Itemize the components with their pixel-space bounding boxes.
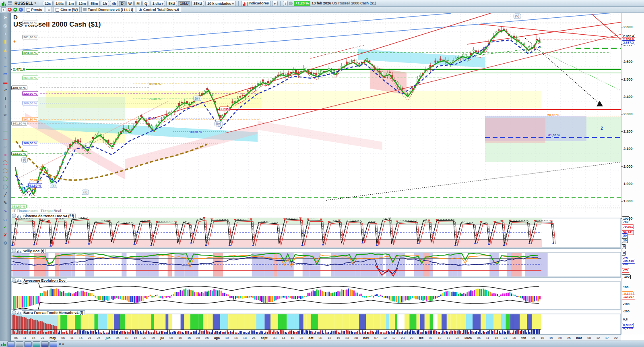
fib-level-label[interactable]: 76,40 %	[148, 97, 161, 101]
overlay-control-total[interactable]: Control Total Doc v.6	[137, 7, 181, 12]
fib-level-label[interactable]: 200,00 %	[22, 101, 38, 106]
close-blue-icon[interactable]: ×	[19, 8, 23, 12]
pencil-tool-icon[interactable]: ✎	[1, 199, 10, 207]
fib-level-label[interactable]: 2.235	[219, 107, 230, 111]
fib-level-label[interactable]: 323,60 %	[22, 51, 38, 55]
magnet-tool-icon[interactable]: ◡	[1, 215, 10, 223]
add-green-icon[interactable]: +	[13, 8, 17, 12]
taskbar-chevrons[interactable]: « «	[58, 342, 65, 347]
elliott-wave-label[interactable]: (i)	[21, 158, 28, 163]
fib-level-label[interactable]: 323,60 %	[11, 152, 27, 156]
ellipse-green-icon[interactable]: ◯	[1, 175, 10, 183]
panel-collapse-button[interactable]	[12, 278, 16, 283]
elliott-wave-label[interactable]: (iii)	[193, 96, 201, 101]
elliott-wave-label[interactable]: (iv)	[215, 121, 223, 127]
elliott-wave-label[interactable]: (ii)	[82, 190, 89, 195]
fib-level-label[interactable]: 361,80 %	[22, 35, 38, 39]
hline-green-icon[interactable]: —	[1, 118, 10, 126]
indicators-dropdown[interactable]: ▾	[272, 1, 278, 6]
panel-title[interactable]: Sistema de trenes Doc v4 (f f)	[22, 214, 76, 218]
elliott-wave-label[interactable]: (v)	[514, 14, 521, 19]
wave-number-label[interactable]: 2	[601, 126, 603, 131]
zoom-tool-icon[interactable]: ◎	[1, 22, 10, 29]
hline-green2-icon[interactable]: —	[1, 127, 10, 134]
taskbar-workspace-5[interactable]	[41, 341, 49, 347]
ellipse-red-icon[interactable]: ◯	[1, 159, 10, 166]
horizontal-level-price-label[interactable]: 2.471,6	[12, 68, 26, 71]
overlay-tunel[interactable]: Tunel Domenec v4 (t t t t t)	[81, 7, 135, 12]
timeframe-button-Q[interactable]: Q	[142, 1, 149, 6]
panel-title[interactable]: Willy Doc (t)	[22, 249, 46, 253]
fib-level-label[interactable]: 400,00 %	[11, 86, 27, 90]
indicator-panel-4[interactable]: Barra Fuerza Fondo Mercado v4 (f)	[11, 310, 621, 335]
trendline-tool-icon[interactable]: ╱	[1, 191, 10, 199]
candle-tool-icon[interactable]: ▮	[1, 38, 10, 46]
panel-resize-handle[interactable]	[11, 277, 621, 278]
collapse-panel-icon[interactable]: ▴	[1, 7, 6, 12]
panel-canvas-2[interactable]	[11, 249, 621, 277]
unit-button-35kU[interactable]: 35kU	[191, 1, 204, 6]
taskbar-workspace-6[interactable]	[50, 341, 57, 347]
dashed-rect-icon[interactable]: ▭	[1, 70, 10, 78]
taskbar-workspace-3[interactable]	[24, 341, 32, 347]
bubble-text-icon[interactable]: T	[1, 102, 10, 110]
panel-title[interactable]: Awesome Evolution Doc	[22, 278, 67, 283]
panel-canvas-1[interactable]	[11, 214, 621, 248]
filled-rect-icon[interactable]: ▬	[1, 78, 10, 86]
timeframe-button-12s[interactable]: 12s	[43, 1, 53, 6]
symbol-selector[interactable]: RUSSELL ▾	[13, 1, 37, 6]
fib-level-label[interactable]: 61,80 %	[28, 183, 42, 188]
unit-dropdown[interactable]: 10 k unidades ▾	[205, 1, 236, 6]
overlay-precio[interactable]: Precio	[25, 7, 45, 12]
indicators-button[interactable]: Indicadores	[241, 1, 271, 6]
text-tool-icon[interactable]: T	[1, 94, 10, 102]
ellipse-teal-icon[interactable]: ◯	[1, 183, 10, 191]
wave-number-label[interactable]: 1	[526, 13, 529, 13]
overlay-cierre[interactable]: Cierre (W)	[54, 7, 80, 12]
main-chart-area[interactable]: D US Russell 2000 Cash ($1) IT-Finance.c…	[11, 13, 621, 214]
panel-canvas-3[interactable]	[11, 278, 621, 310]
add-red-icon[interactable]: +	[8, 8, 12, 12]
fib-line-icon[interactable]: –	[1, 62, 10, 70]
unit-button-10kU[interactable]: 10kU	[178, 1, 191, 6]
ellipse-brown-icon[interactable]: ◯	[1, 167, 10, 175]
link-tool-icon[interactable]: ∞	[1, 110, 10, 118]
timeframe-button-1m[interactable]: 1m	[66, 1, 76, 6]
fib-level-label[interactable]: 100,00 %	[22, 141, 38, 145]
fib-level-label[interactable]: 400,00 %	[22, 21, 38, 25]
panel-title[interactable]: Barra Fuerza Fondo Mercado v4 (f)	[22, 310, 85, 315]
timeframe-button-D[interactable]: D	[119, 1, 126, 6]
panel-resize-handle[interactable]	[11, 310, 621, 310]
fib-level-label[interactable]: 61,80	[147, 116, 157, 120]
fib-level-label[interactable]: 50,00 %	[29, 179, 42, 182]
date-axis[interactable]: 06111621may0611162126jun0510152025jul061…	[11, 335, 621, 341]
alert-bell-icon[interactable]: ▲	[1, 46, 10, 54]
timeframe-button-4h[interactable]: 4h	[110, 1, 118, 6]
timeframe-button-144s[interactable]: 144s	[54, 1, 66, 6]
elliott-wave-label[interactable]: (ii)	[50, 183, 57, 188]
list-icon-button[interactable]: ≡	[46, 7, 52, 12]
settings-tool-icon[interactable]: ⚙	[1, 239, 10, 247]
fib-anchor-icon[interactable]: ⌁	[1, 54, 10, 62]
main-chart-canvas[interactable]	[11, 13, 621, 214]
taskbar-workspace-1[interactable]	[7, 341, 15, 347]
timeframe-button-M[interactable]: M	[134, 1, 142, 6]
panel-collapse-button[interactable]	[12, 249, 16, 253]
fib-level-label[interactable]: 361,80 %	[11, 121, 27, 126]
fib-level-label[interactable]: 88,20 %	[148, 82, 161, 86]
fib-level-label[interactable]: 38,20 %	[189, 130, 202, 134]
panel-resize-handle[interactable]	[11, 248, 621, 249]
panel-canvas-4[interactable]	[11, 310, 621, 335]
indicator-panel-1[interactable]: Sistema de trenes Doc v4 (f f)	[11, 214, 621, 248]
arrow-tool-icon[interactable]: ↗	[1, 86, 10, 94]
indicator-panel-2[interactable]: Willy Doc (t)	[11, 249, 621, 277]
timeframe-button-1h[interactable]: 1h	[101, 1, 109, 6]
fib-level-label[interactable]: 223,60 %	[22, 91, 38, 96]
timeframe-button-12m[interactable]: 12m	[76, 1, 88, 6]
fib-level-label[interactable]: 50,00 %	[547, 113, 560, 117]
fib-level-label[interactable]: 261,80 %	[22, 76, 38, 80]
taskbar-workspace-4[interactable]	[33, 341, 40, 347]
info-button[interactable]: i	[283, 1, 288, 6]
fib-level-label[interactable]: 61,80 %	[547, 133, 561, 137]
checkbox-icon[interactable]	[27, 8, 30, 12]
